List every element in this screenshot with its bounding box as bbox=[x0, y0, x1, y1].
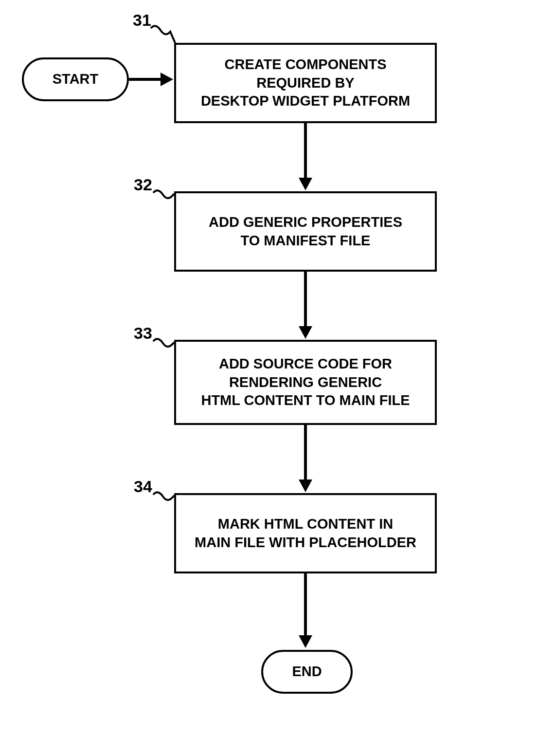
step-32-box: ADD GENERIC PROPERTIES TO MANIFEST FILE bbox=[174, 191, 437, 272]
arrow-31-to-32 bbox=[304, 123, 307, 179]
step-34-label: 34 bbox=[134, 477, 152, 496]
arrow-head-33-to-34 bbox=[299, 479, 312, 492]
step-34-box: MARK HTML CONTENT IN MAIN FILE WITH PLAC… bbox=[174, 493, 437, 573]
step-34-text: MARK HTML CONTENT IN MAIN FILE WITH PLAC… bbox=[195, 515, 416, 552]
squiggle-connector-33 bbox=[151, 337, 178, 352]
arrow-head-31-to-32 bbox=[299, 178, 312, 190]
arrow-head-32-to-33 bbox=[299, 326, 312, 339]
arrow-head-34-to-end bbox=[299, 635, 312, 648]
end-terminal: END bbox=[261, 650, 353, 694]
start-terminal: START bbox=[22, 57, 129, 101]
step-31-text: CREATE COMPONENTS REQUIRED BY DESKTOP WI… bbox=[201, 55, 410, 111]
step-33-box: ADD SOURCE CODE FOR RENDERING GENERIC HT… bbox=[174, 340, 437, 425]
start-label: START bbox=[53, 70, 99, 89]
arrow-33-to-34 bbox=[304, 425, 307, 481]
squiggle-connector-34 bbox=[151, 491, 178, 505]
end-label: END bbox=[292, 663, 322, 681]
step-32-label: 32 bbox=[134, 175, 152, 194]
step-33-label: 33 bbox=[134, 324, 152, 343]
step-33-text: ADD SOURCE CODE FOR RENDERING GENERIC HT… bbox=[201, 355, 410, 410]
step-32-text: ADD GENERIC PROPERTIES TO MANIFEST FILE bbox=[209, 213, 402, 250]
arrow-34-to-end bbox=[304, 573, 307, 637]
squiggle-connector-32 bbox=[151, 189, 178, 203]
step-31-box: CREATE COMPONENTS REQUIRED BY DESKTOP WI… bbox=[174, 43, 437, 123]
arrow-start-to-31 bbox=[129, 78, 162, 81]
squiggle-connector-31 bbox=[148, 24, 178, 46]
arrow-head-start-to-31 bbox=[161, 73, 173, 86]
arrow-32-to-33 bbox=[304, 272, 307, 328]
